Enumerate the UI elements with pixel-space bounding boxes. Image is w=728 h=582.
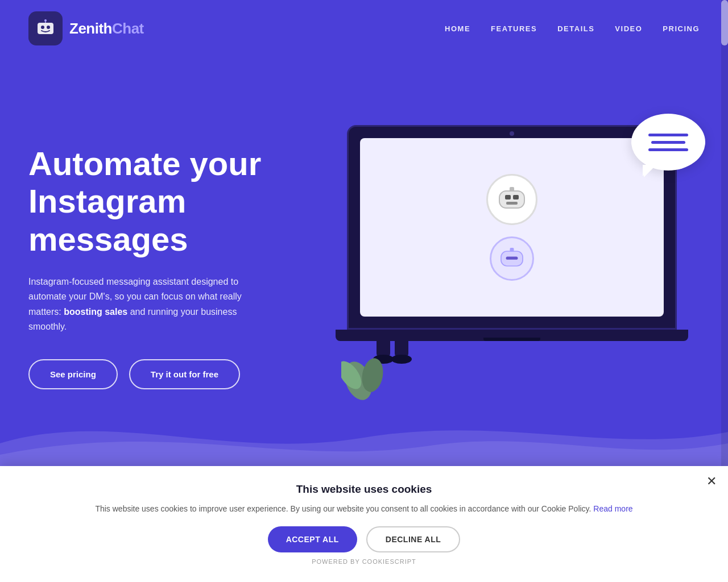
wave-svg <box>0 398 728 472</box>
accept-all-button[interactable]: ACCEPT ALL <box>268 526 357 552</box>
svg-point-3 <box>47 26 50 29</box>
robot-face-2 <box>490 236 534 281</box>
svg-rect-23 <box>513 195 519 199</box>
svg-rect-28 <box>510 248 514 252</box>
cookie-buttons: ACCEPT ALL DECLINE ALL <box>23 526 705 552</box>
laptop-base <box>336 330 688 341</box>
svg-rect-25 <box>510 187 514 192</box>
robot-1 <box>486 174 537 225</box>
decline-all-button[interactable]: DECLINE ALL <box>366 526 461 552</box>
chat-line-2 <box>651 141 685 144</box>
robot-face-1 <box>486 174 537 225</box>
cookie-body: This website uses cookies to improve use… <box>95 504 591 513</box>
logo[interactable]: ZenithChat <box>28 11 144 45</box>
hero-title: Automate your Instagram messages <box>28 145 313 259</box>
chat-line-3 <box>648 148 688 151</box>
try-free-button[interactable]: Try it out for free <box>129 359 240 389</box>
laptop-illustration <box>347 125 688 341</box>
cookie-banner: ✕ This website uses cookies This website… <box>0 466 728 582</box>
svg-point-17 <box>391 355 412 364</box>
laptop-camera <box>510 131 514 136</box>
wave-decoration <box>0 398 728 472</box>
robot-svg-1 <box>495 182 529 217</box>
nav-home[interactable]: HOME <box>445 24 470 33</box>
hero-buttons: See pricing Try it out for free <box>28 359 313 389</box>
nav-details[interactable]: DETAILS <box>557 24 594 33</box>
robot-2 <box>490 236 534 281</box>
cookie-text: This website uses cookies to improve use… <box>23 502 705 515</box>
chat-line-1 <box>648 134 688 136</box>
hero-desc-bold: boosting sales <box>64 307 127 317</box>
svg-rect-24 <box>506 202 518 205</box>
logo-text: ZenithChat <box>69 20 144 38</box>
svg-rect-22 <box>505 195 511 199</box>
logo-icon <box>28 11 63 45</box>
nav-video[interactable]: VIDEO <box>615 24 642 33</box>
logo-svg <box>34 17 57 40</box>
header: ZenithChat HOME FEATURES DETAILS VIDEO P… <box>0 0 728 57</box>
cookie-title: This website uses cookies <box>23 483 705 496</box>
svg-rect-21 <box>499 191 524 208</box>
hero-content: Automate your Instagram messages Instagr… <box>28 145 313 390</box>
hero-description: Instagram-focused messaging assistant de… <box>28 275 256 335</box>
chat-bubble <box>631 114 705 171</box>
hero-illustration <box>313 108 700 426</box>
robot-svg-2 <box>497 244 527 273</box>
see-pricing-button[interactable]: See pricing <box>28 359 118 389</box>
cookie-close-button[interactable]: ✕ <box>706 475 717 488</box>
laptop-screen <box>360 138 664 317</box>
cookie-read-more[interactable]: Read more <box>593 504 632 513</box>
cookie-powered-by: POWERED BY COOKIESCRIPT <box>23 558 705 565</box>
main-nav: HOME FEATURES DETAILS VIDEO PRICING <box>445 24 700 33</box>
nav-pricing[interactable]: PRICING <box>663 24 700 33</box>
svg-point-4 <box>44 19 47 22</box>
nav-features[interactable]: FEATURES <box>491 24 537 33</box>
svg-rect-27 <box>506 257 518 260</box>
svg-point-2 <box>41 26 44 29</box>
laptop-body <box>347 125 677 330</box>
hero-section: Automate your Instagram messages Instagr… <box>0 57 728 443</box>
